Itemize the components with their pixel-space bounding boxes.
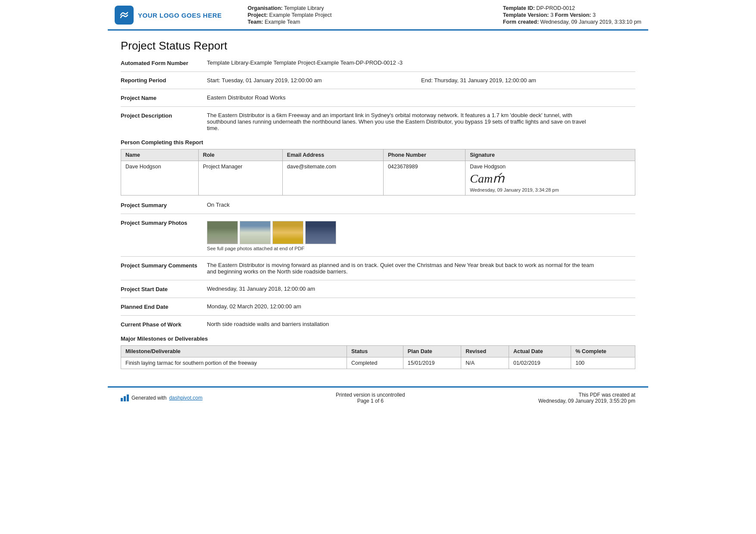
project-start-date-row: Project Start Date Wednesday, 31 January…	[121, 286, 635, 292]
reporting-end: End: Thursday, 31 January 2019, 12:00:00…	[421, 77, 635, 84]
footer-uncontrolled-text: Printed version is uncontrolled	[336, 392, 405, 398]
planned-end-date-value: Monday, 02 March 2020, 12:00:00 am	[207, 303, 635, 310]
project-summary-photos-row: Project Summary Photos See full page pho…	[121, 219, 635, 251]
photos-container	[207, 221, 635, 244]
col-plan-date: Plan Date	[403, 346, 461, 357]
page-header: YOUR LOGO GOES HERE Organisation: Templa…	[108, 0, 648, 31]
automated-form-label: Automated Form Number	[121, 59, 207, 66]
photo-3	[272, 221, 303, 244]
project-name-label: Project Name	[121, 94, 207, 101]
project-line: Project: Example Template Project	[248, 12, 494, 18]
col-signature: Signature	[465, 149, 635, 161]
col-role: Role	[198, 149, 282, 161]
col-revised: Revised	[461, 346, 509, 357]
page-title: Project Status Report	[121, 39, 635, 53]
footer-left: Generated with dashpivot.com	[121, 394, 203, 401]
sig-image: Camḿ	[470, 171, 631, 186]
project-description-label: Project Description	[121, 112, 207, 119]
milestone-plan-date: 15/01/2019	[403, 357, 461, 369]
planned-end-date-label: Planned End Date	[121, 303, 207, 310]
photo-2	[240, 221, 271, 244]
reporting-period-label: Reporting Period	[121, 77, 207, 84]
footer-created-line2: Wednesday, 09 January 2019, 3:55:20 pm	[538, 398, 635, 404]
person-signature: Dave Hodgson Camḿ Wednesday, 09 January…	[465, 161, 635, 196]
form-created-line: Form created: Wednesday, 09 January 2019…	[503, 19, 641, 25]
reporting-period-values: Start: Tuesday, 01 January 2019, 12:00:0…	[207, 77, 635, 84]
reporting-period-row: Reporting Period Start: Tuesday, 01 Janu…	[121, 77, 635, 84]
person-role: Project Manager	[198, 161, 282, 196]
project-summary-comments-value: The Eastern Distributor is moving forwar…	[207, 262, 595, 275]
person-section-title: Person Completing this Report	[121, 139, 635, 146]
project-description-value: The Eastern Distributor is a 6km Freeway…	[207, 112, 595, 131]
col-email: Email Address	[282, 149, 383, 161]
person-table-header-row: Name Role Email Address Phone Number Sig…	[121, 149, 635, 161]
project-start-date-label: Project Start Date	[121, 286, 207, 292]
person-name: Dave Hodgson	[121, 161, 199, 196]
current-phase-label: Current Phase of Work	[121, 321, 207, 328]
col-phone: Phone Number	[383, 149, 465, 161]
project-summary-comments-label: Project Summary Comments	[121, 262, 207, 269]
milestone-status: Completed	[347, 357, 403, 369]
footer-center: Printed version is uncontrolled Page 1 o…	[336, 392, 405, 404]
project-summary-row: Project Summary On Track	[121, 202, 635, 208]
milestone-deliverable: Finish laying tarmac for southern portio…	[121, 357, 347, 369]
person-table: Name Role Email Address Phone Number Sig…	[121, 149, 635, 196]
automated-form-value: Template Library-Example Template Projec…	[207, 59, 635, 66]
footer-link[interactable]: dashpivot.com	[169, 395, 202, 401]
reporting-start: Start: Tuesday, 01 January 2019, 12:00:0…	[207, 77, 421, 84]
col-status: Status	[347, 346, 403, 357]
footer-right: This PDF was created at Wednesday, 09 Ja…	[538, 392, 635, 404]
person-email: dave@sitemate.com	[282, 161, 383, 196]
current-phase-value: North side roadside walls and barriers i…	[207, 321, 635, 327]
project-summary-value: On Track	[207, 202, 635, 208]
milestone-revised: N/A	[461, 357, 509, 369]
project-summary-label: Project Summary	[121, 202, 207, 208]
footer-created-line1: This PDF was created at	[538, 392, 635, 398]
person-phone: 0423678989	[383, 161, 465, 196]
team-line: Team: Example Team	[248, 19, 494, 25]
milestone-actual-date: 01/02/2019	[509, 357, 571, 369]
project-summary-comments-row: Project Summary Comments The Eastern Dis…	[121, 262, 635, 275]
header-right: Template ID: DP-PROD-0012 Template Versi…	[503, 5, 641, 25]
photo-1	[207, 221, 238, 244]
logo-icon	[115, 6, 134, 25]
footer-icon	[121, 394, 129, 401]
col-milestone: Milestone/Deliverable	[121, 346, 347, 357]
org-line: Organisation: Template Library	[248, 5, 494, 11]
photo-4	[305, 221, 336, 244]
col-pct-complete: % Complete	[571, 346, 635, 357]
milestone-row: Finish laying tarmac for southern portio…	[121, 357, 635, 369]
main-content: Project Status Report Automated Form Num…	[108, 31, 648, 378]
project-name-row: Project Name Eastern Distributor Road Wo…	[121, 94, 635, 101]
project-description-row: Project Description The Eastern Distribu…	[121, 112, 635, 131]
col-actual-date: Actual Date	[509, 346, 571, 357]
col-name: Name	[121, 149, 199, 161]
project-name-value: Eastern Distributor Road Works	[207, 94, 635, 101]
sig-date: Wednesday, 09 January 2019, 3:34:28 pm	[470, 187, 631, 192]
logo-section: YOUR LOGO GOES HERE	[115, 5, 222, 25]
planned-end-date-row: Planned End Date Monday, 02 March 2020, …	[121, 303, 635, 310]
logo-text: YOUR LOGO GOES HERE	[138, 12, 222, 19]
footer-generated-text: Generated with	[131, 395, 166, 401]
header-center: Organisation: Template Library Project: …	[231, 5, 494, 25]
milestone-pct-complete: 100	[571, 357, 635, 369]
automated-form-row: Automated Form Number Template Library-E…	[121, 59, 635, 66]
page-footer: Generated with dashpivot.com Printed ver…	[108, 386, 648, 408]
project-summary-photos-value: See full page photos attached at end of …	[207, 219, 635, 251]
milestones-section-title: Major Milestones or Deliverables	[121, 335, 635, 342]
footer-page-info: Page 1 of 6	[336, 398, 405, 404]
template-id-line: Template ID: DP-PROD-0012	[503, 5, 641, 11]
version-line: Template Version: 3 Form Version: 3	[503, 12, 641, 18]
project-start-date-value: Wednesday, 31 January 2018, 12:00:00 am	[207, 286, 635, 292]
milestones-header-row: Milestone/Deliverable Status Plan Date R…	[121, 346, 635, 357]
milestones-table: Milestone/Deliverable Status Plan Date R…	[121, 345, 635, 369]
person-table-row: Dave Hodgson Project Manager dave@sitema…	[121, 161, 635, 196]
project-summary-photos-label: Project Summary Photos	[121, 219, 207, 226]
sig-name: Dave Hodgson	[470, 164, 631, 170]
current-phase-row: Current Phase of Work North side roadsid…	[121, 321, 635, 328]
photo-caption: See full page photos attached at end of …	[207, 246, 635, 251]
